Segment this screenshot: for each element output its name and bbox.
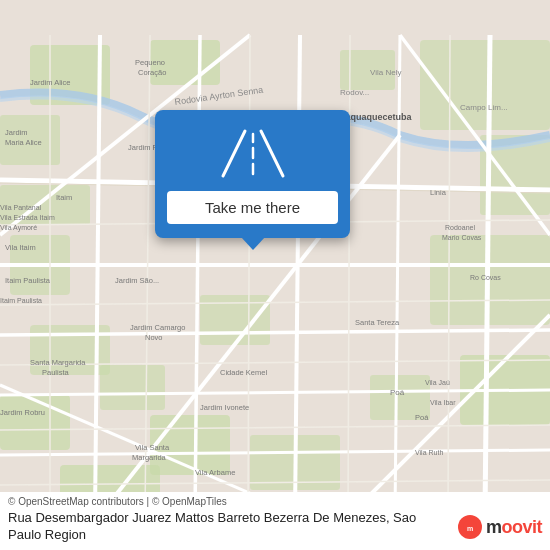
svg-text:Vila Santa: Vila Santa [135,443,170,452]
svg-text:Poá: Poá [415,413,429,422]
svg-text:Paulista: Paulista [42,368,70,377]
svg-text:Vila Itaim: Vila Itaim [5,243,36,252]
moovit-icon: m [458,515,482,539]
svg-text:Vila Ruth: Vila Ruth [415,449,443,456]
svg-text:Jardim: Jardim [5,128,28,137]
svg-line-84 [223,131,245,176]
svg-line-85 [261,131,283,176]
svg-text:Maria Alice: Maria Alice [5,138,42,147]
svg-text:Itaim Paulista: Itaim Paulista [5,276,51,285]
svg-text:Ro Covas: Ro Covas [470,274,501,281]
svg-text:Coração: Coração [138,68,166,77]
svg-text:Margarida: Margarida [132,453,167,462]
copyright-text: © OpenStreetMap contributors | © OpenMap… [8,496,542,507]
svg-text:Pequeno: Pequeno [135,58,165,67]
svg-text:Campo Lim...: Campo Lim... [460,103,508,112]
svg-text:Itaim: Itaim [56,193,72,202]
svg-text:Jardim Alice: Jardim Alice [30,78,70,87]
svg-text:Jardim Ivonete: Jardim Ivonete [200,403,249,412]
svg-text:Linia: Linia [430,188,447,197]
svg-text:Rodov...: Rodov... [340,88,369,97]
svg-text:Itaim Paulista: Itaim Paulista [0,297,42,304]
popup-card: Take me there [155,110,350,238]
svg-text:Santa Margarida: Santa Margarida [30,358,86,367]
map-container: Rodovia Ayrton Senna Rodov... Vila Nely … [0,0,550,550]
svg-text:Mario Covas: Mario Covas [442,234,482,241]
svg-text:m: m [467,525,473,532]
svg-text:Jardim São...: Jardim São... [115,276,159,285]
moovit-text: moovit [486,517,542,538]
svg-text:Vila Nely: Vila Nely [370,68,401,77]
address-row: Rua Desembargador Juarez Mattos Barreto … [8,510,542,544]
svg-rect-8 [100,365,165,410]
svg-text:Vila Arbame: Vila Arbame [195,468,235,477]
svg-text:Vila Pantanal: Vila Pantanal [0,204,42,211]
bottom-bar: © OpenStreetMap contributors | © OpenMap… [0,492,550,550]
take-me-there-button[interactable]: Take me there [167,191,338,224]
svg-text:Vila Ibar: Vila Ibar [430,399,456,406]
svg-text:Santa Tereza: Santa Tereza [355,318,400,327]
svg-text:Jardim Robru: Jardim Robru [0,408,45,417]
svg-text:Cidade Kemel: Cidade Kemel [220,368,267,377]
svg-text:Vila Estrada Itaim: Vila Estrada Itaim [0,214,55,221]
address-text: Rua Desembargador Juarez Mattos Barreto … [8,510,452,544]
svg-text:Vila Aymoré: Vila Aymoré [0,224,37,232]
moovit-logo: m moovit [458,515,542,539]
svg-text:Novo: Novo [145,333,163,342]
svg-text:Rodoanel: Rodoanel [445,224,475,231]
svg-text:Itaquaquecetuba: Itaquaquecetuba [340,112,413,122]
svg-text:Jardim Camargo: Jardim Camargo [130,323,185,332]
svg-text:Poá: Poá [390,388,405,397]
map-background: Rodovia Ayrton Senna Rodov... Vila Nely … [0,0,550,550]
svg-text:Vila Jaú: Vila Jaú [425,379,450,386]
svg-rect-7 [0,395,70,450]
road-icon [218,126,288,181]
